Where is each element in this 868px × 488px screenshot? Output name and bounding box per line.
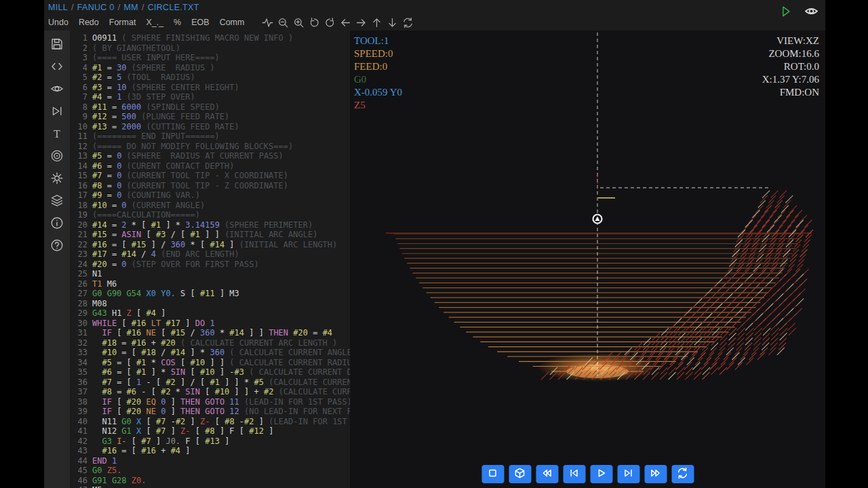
code-token: #10 — [215, 387, 235, 397]
code-token: = — [107, 161, 117, 171]
skip-start-button[interactable] — [563, 465, 585, 483]
code-token: = — [112, 220, 121, 230]
code-token: * [ — [191, 240, 210, 250]
code-line: 26T1 M6 — [70, 279, 350, 289]
breadcrumb: MILL/FANUC 0/MM/CIRCLE.TXT — [48, 3, 199, 12]
sidebar-item-target[interactable] — [50, 148, 64, 163]
arrow-up-icon[interactable] — [370, 16, 382, 28]
sidebar-item-step[interactable] — [50, 104, 64, 118]
code-token: #2 — [92, 73, 107, 83]
toolpath-canvas[interactable] — [350, 30, 825, 488]
code-token: #8 — [205, 426, 220, 436]
code-token: / — [161, 348, 170, 358]
svg-text:T: T — [54, 127, 60, 139]
sidebar-item-gear[interactable] — [50, 171, 64, 185]
play-button[interactable] — [590, 465, 612, 483]
code-token: THEN GOTO — [180, 397, 229, 407]
stop-button[interactable] — [481, 465, 504, 483]
code-token: ] * — [165, 220, 185, 230]
loop-button[interactable] — [671, 465, 694, 483]
code-token: = — [112, 112, 121, 122]
code-token: H1 — [112, 308, 127, 319]
arrow-down-icon[interactable] — [386, 16, 398, 28]
cube-button[interactable] — [509, 465, 531, 483]
code-token: #16 — [132, 338, 151, 348]
line-number: 9 — [70, 112, 87, 122]
code-token: 12 — [229, 407, 244, 417]
sync-icon[interactable] — [401, 16, 414, 28]
breadcrumb-segment[interactable]: FANUC 0 — [77, 3, 115, 12]
breadcrumb-segment[interactable]: MM — [123, 3, 138, 12]
sidebar-item-eye[interactable] — [50, 81, 64, 96]
toolbar-button--[interactable]: % — [174, 18, 181, 27]
fast-forward-button[interactable] — [644, 465, 667, 483]
sidebar: T — [44, 30, 70, 488]
arrow-left-icon[interactable] — [339, 16, 351, 28]
code-token: THEN GOTO — [180, 407, 229, 417]
code-token: #18 — [141, 348, 161, 358]
topbar-right-icons — [778, 3, 818, 18]
code-token: #5 — [92, 358, 117, 368]
line-number: 6 — [70, 83, 87, 93]
code-token: ] — [161, 308, 165, 319]
code-token: #2 — [264, 387, 279, 397]
code-token: 3.14159 — [185, 220, 224, 230]
zoom-out-icon[interactable] — [277, 16, 289, 28]
activity-icon[interactable] — [261, 16, 273, 28]
code-line: 47M5 — [70, 485, 350, 488]
code-line: 45G0 Z5. — [70, 466, 350, 476]
code-line: 30WHILE [ #16 LT #17 ] DO 1 — [70, 319, 350, 329]
code-token: (COUNTING VAR.) — [127, 190, 200, 201]
code-token: #5 — [254, 378, 269, 388]
toolbar-button-format[interactable]: Format — [109, 18, 136, 27]
toolbar-button-undo[interactable]: Undo — [48, 18, 68, 27]
rewind-button[interactable] — [536, 465, 558, 483]
code-editor[interactable]: 1O0911 ( SPHERE FINISHING MACRO NEW INFO… — [70, 30, 350, 488]
breadcrumb-segment[interactable]: CIRCLE.TXT — [148, 3, 199, 12]
code-token: #20 — [161, 338, 180, 348]
app-window: MILL/FANUC 0/MM/CIRCLE.TXT UndoRedoForma… — [44, 0, 825, 488]
line-number: 3 — [70, 53, 87, 63]
toolbar-button-redo[interactable]: Redo — [79, 18, 99, 27]
code-token: #4 — [92, 92, 107, 102]
rotate-ccw-icon[interactable] — [308, 16, 320, 28]
sidebar-item-text[interactable]: T — [50, 126, 64, 140]
toolpath-viewport: TOOL:1SPEED:0FEED:0G0X-0.059 Y0Z5 VIEW:X… — [350, 30, 825, 488]
sidebar-item-code[interactable] — [50, 59, 64, 73]
eye-icon[interactable] — [804, 3, 818, 18]
code-token: I- — [117, 436, 132, 447]
code-line: 2( BY GIANGTHETOOL) — [70, 43, 350, 54]
breadcrumb-separator: / — [142, 3, 144, 12]
sidebar-item-info[interactable] — [50, 216, 64, 230]
code-token: Z- — [200, 417, 215, 427]
code-token: (======== END INPUT======) — [92, 131, 220, 142]
code-token: - [ — [146, 378, 165, 388]
run-icon[interactable] — [778, 3, 793, 18]
code-token: = — [107, 73, 117, 83]
breadcrumb-segment[interactable]: MILL — [48, 3, 68, 12]
sidebar-item-save[interactable] — [50, 37, 64, 51]
sidebar-item-layers[interactable] — [50, 193, 64, 207]
toolbar-button-comm[interactable]: Comm — [220, 18, 245, 27]
sidebar-item-help[interactable] — [50, 238, 64, 252]
code-token: #10 — [191, 358, 210, 368]
code-token: #14 — [121, 249, 141, 260]
code-token: = [ — [121, 446, 141, 456]
code-token: 0 — [117, 190, 126, 201]
code-token: NE — [146, 407, 161, 417]
code-token: #8 — [92, 181, 107, 191]
arrow-right-icon[interactable] — [355, 16, 367, 28]
machine-status-overlay: TOOL:1SPEED:0FEED:0G0X-0.059 Y0Z5 — [354, 35, 402, 112]
code-token: ] — [191, 417, 200, 427]
code-token: EQ — [146, 397, 161, 407]
step-forward-button[interactable] — [617, 465, 639, 483]
toolbar-button-eob[interactable]: EOB — [191, 18, 209, 27]
rotate-cw-icon[interactable] — [323, 16, 336, 28]
code-token: ] — [229, 240, 239, 250]
code-token: #6 — [92, 367, 117, 378]
zoom-in-icon[interactable] — [292, 16, 304, 28]
toolbar-button-x-[interactable]: X_._ — [146, 18, 163, 27]
code-token: 5 — [117, 73, 126, 83]
code-line: 32 #18 = #16 + #20 ( CALCULATE CURRENT A… — [70, 338, 350, 348]
code-token: = — [313, 328, 322, 338]
